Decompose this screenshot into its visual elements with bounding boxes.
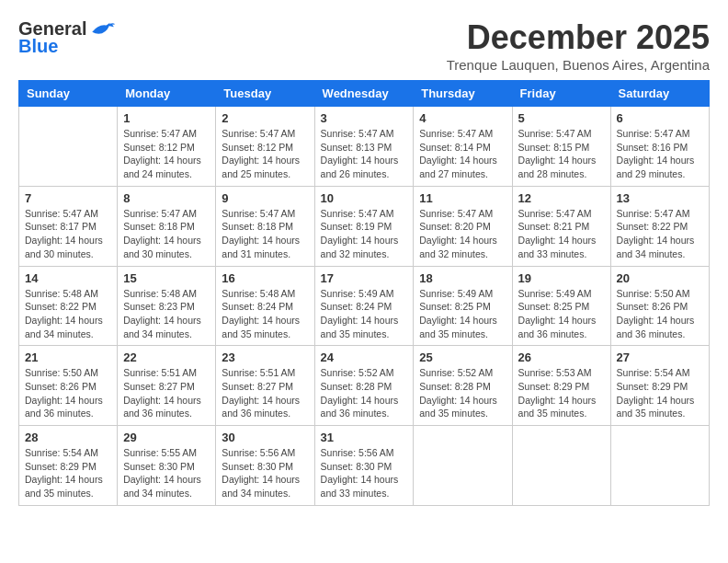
day-number: 16 [222,271,308,285]
week-row-4: 21Sunrise: 5:50 AM Sunset: 8:26 PM Dayli… [19,346,710,426]
calendar-cell: 29Sunrise: 5:55 AM Sunset: 8:30 PM Dayli… [118,426,216,506]
day-info: Sunrise: 5:54 AM Sunset: 8:29 PM Dayligh… [25,446,111,500]
day-header-tuesday: Tuesday [216,81,314,107]
calendar-cell: 6Sunrise: 5:47 AM Sunset: 8:16 PM Daylig… [610,107,709,187]
calendar-cell: 21Sunrise: 5:50 AM Sunset: 8:26 PM Dayli… [19,346,118,426]
day-info: Sunrise: 5:47 AM Sunset: 8:16 PM Dayligh… [617,127,703,181]
calendar-cell: 17Sunrise: 5:49 AM Sunset: 8:24 PM Dayli… [314,266,414,346]
calendar-cell: 15Sunrise: 5:48 AM Sunset: 8:23 PM Dayli… [118,266,216,346]
calendar-cell: 31Sunrise: 5:56 AM Sunset: 8:30 PM Dayli… [314,426,414,506]
day-info: Sunrise: 5:51 AM Sunset: 8:27 PM Dayligh… [123,366,210,420]
page-container: General Blue December 2025 Trenque Lauqu… [18,18,710,506]
day-header-wednesday: Wednesday [314,81,414,107]
day-info: Sunrise: 5:47 AM Sunset: 8:18 PM Dayligh… [222,207,308,261]
day-number: 17 [321,271,408,285]
calendar-cell [19,107,118,187]
day-info: Sunrise: 5:52 AM Sunset: 8:28 PM Dayligh… [321,366,408,420]
week-row-5: 28Sunrise: 5:54 AM Sunset: 8:29 PM Dayli… [19,426,710,506]
day-number: 15 [123,271,210,285]
day-info: Sunrise: 5:47 AM Sunset: 8:18 PM Dayligh… [123,207,210,261]
day-number: 6 [617,111,703,125]
calendar-cell: 12Sunrise: 5:47 AM Sunset: 8:21 PM Dayli… [512,186,610,266]
day-number: 3 [321,111,408,125]
calendar-cell: 2Sunrise: 5:47 AM Sunset: 8:12 PM Daylig… [216,107,314,187]
calendar-cell: 16Sunrise: 5:48 AM Sunset: 8:24 PM Dayli… [216,266,314,346]
day-info: Sunrise: 5:47 AM Sunset: 8:12 PM Dayligh… [123,127,210,181]
day-info: Sunrise: 5:55 AM Sunset: 8:30 PM Dayligh… [123,446,210,500]
calendar-cell: 25Sunrise: 5:52 AM Sunset: 8:28 PM Dayli… [414,346,512,426]
day-number: 5 [518,111,605,125]
day-number: 12 [518,191,605,205]
day-info: Sunrise: 5:48 AM Sunset: 8:23 PM Dayligh… [123,287,210,341]
day-info: Sunrise: 5:47 AM Sunset: 8:14 PM Dayligh… [419,127,506,181]
day-header-friday: Friday [512,81,610,107]
day-number: 21 [25,350,111,364]
day-number: 8 [123,191,210,205]
day-header-monday: Monday [118,81,216,107]
day-number: 19 [518,271,605,285]
day-info: Sunrise: 5:47 AM Sunset: 8:22 PM Dayligh… [617,207,703,261]
calendar-cell [512,426,610,506]
week-row-1: 1Sunrise: 5:47 AM Sunset: 8:12 PM Daylig… [19,107,710,187]
day-info: Sunrise: 5:47 AM Sunset: 8:13 PM Dayligh… [321,127,408,181]
calendar-cell: 28Sunrise: 5:54 AM Sunset: 8:29 PM Dayli… [19,426,118,506]
day-info: Sunrise: 5:47 AM Sunset: 8:21 PM Dayligh… [518,207,605,261]
day-info: Sunrise: 5:47 AM Sunset: 8:15 PM Dayligh… [518,127,605,181]
day-info: Sunrise: 5:51 AM Sunset: 8:27 PM Dayligh… [222,366,308,420]
day-info: Sunrise: 5:47 AM Sunset: 8:19 PM Dayligh… [321,207,408,261]
day-info: Sunrise: 5:48 AM Sunset: 8:24 PM Dayligh… [222,287,308,341]
day-number: 1 [123,111,210,125]
day-number: 7 [25,191,111,205]
day-info: Sunrise: 5:49 AM Sunset: 8:24 PM Dayligh… [321,287,408,341]
day-info: Sunrise: 5:49 AM Sunset: 8:25 PM Dayligh… [419,287,506,341]
day-number: 26 [518,350,605,364]
day-number: 25 [419,350,506,364]
day-number: 29 [123,431,210,444]
calendar-cell: 14Sunrise: 5:48 AM Sunset: 8:22 PM Dayli… [19,266,118,346]
calendar-cell: 18Sunrise: 5:49 AM Sunset: 8:25 PM Dayli… [414,266,512,346]
day-number: 10 [321,191,408,205]
logo-blue: Blue [18,36,58,57]
day-info: Sunrise: 5:56 AM Sunset: 8:30 PM Dayligh… [222,446,308,500]
month-title: December 2025 [447,18,710,57]
day-info: Sunrise: 5:52 AM Sunset: 8:28 PM Dayligh… [419,366,506,420]
day-number: 11 [419,191,506,205]
calendar-cell: 7Sunrise: 5:47 AM Sunset: 8:17 PM Daylig… [19,186,118,266]
day-header-saturday: Saturday [610,81,709,107]
calendar-cell: 9Sunrise: 5:47 AM Sunset: 8:18 PM Daylig… [216,186,314,266]
calendar-cell: 19Sunrise: 5:49 AM Sunset: 8:25 PM Dayli… [512,266,610,346]
day-number: 30 [222,431,308,444]
calendar-cell: 5Sunrise: 5:47 AM Sunset: 8:15 PM Daylig… [512,107,610,187]
header: General Blue December 2025 Trenque Lauqu… [18,18,710,73]
day-number: 2 [222,111,308,125]
day-number: 18 [419,271,506,285]
day-info: Sunrise: 5:50 AM Sunset: 8:26 PM Dayligh… [25,366,111,420]
location-subtitle: Trenque Lauquen, Buenos Aires, Argentina [447,57,710,73]
day-number: 27 [617,350,703,364]
day-number: 23 [222,350,308,364]
calendar-cell: 27Sunrise: 5:54 AM Sunset: 8:29 PM Dayli… [610,346,709,426]
day-header-sunday: Sunday [19,81,118,107]
day-number: 31 [321,431,408,444]
calendar-cell: 22Sunrise: 5:51 AM Sunset: 8:27 PM Dayli… [118,346,216,426]
day-header-thursday: Thursday [414,81,512,107]
calendar-table: SundayMondayTuesdayWednesdayThursdayFrid… [18,80,710,506]
day-number: 9 [222,191,308,205]
calendar-cell: 24Sunrise: 5:52 AM Sunset: 8:28 PM Dayli… [314,346,414,426]
day-info: Sunrise: 5:47 AM Sunset: 8:20 PM Dayligh… [419,207,506,261]
calendar-cell [610,426,709,506]
week-row-2: 7Sunrise: 5:47 AM Sunset: 8:17 PM Daylig… [19,186,710,266]
calendar-cell: 3Sunrise: 5:47 AM Sunset: 8:13 PM Daylig… [314,107,414,187]
calendar-cell: 23Sunrise: 5:51 AM Sunset: 8:27 PM Dayli… [216,346,314,426]
calendar-cell: 1Sunrise: 5:47 AM Sunset: 8:12 PM Daylig… [118,107,216,187]
logo-bird-icon [88,20,116,39]
calendar-cell: 20Sunrise: 5:50 AM Sunset: 8:26 PM Dayli… [610,266,709,346]
calendar-cell: 11Sunrise: 5:47 AM Sunset: 8:20 PM Dayli… [414,186,512,266]
logo: General Blue [18,18,116,57]
week-row-3: 14Sunrise: 5:48 AM Sunset: 8:22 PM Dayli… [19,266,710,346]
title-section: December 2025 Trenque Lauquen, Buenos Ai… [447,18,710,73]
day-info: Sunrise: 5:48 AM Sunset: 8:22 PM Dayligh… [25,287,111,341]
day-info: Sunrise: 5:54 AM Sunset: 8:29 PM Dayligh… [617,366,703,420]
calendar-cell: 8Sunrise: 5:47 AM Sunset: 8:18 PM Daylig… [118,186,216,266]
day-info: Sunrise: 5:56 AM Sunset: 8:30 PM Dayligh… [321,446,408,500]
